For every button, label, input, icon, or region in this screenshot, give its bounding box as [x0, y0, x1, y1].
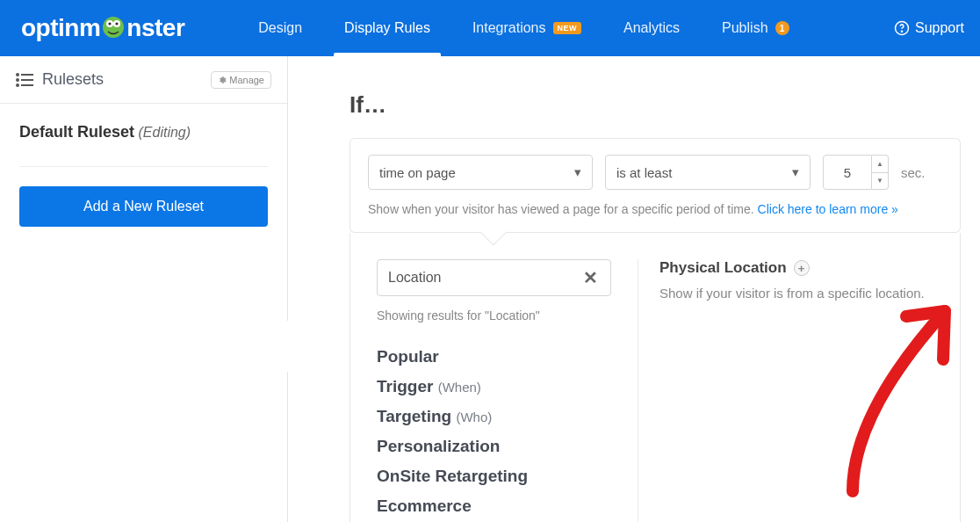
add-rule-button[interactable]: +	[794, 260, 810, 276]
top-navbar: optinm nster Design Display Rules Integr…	[0, 0, 980, 56]
ruleset-name: Default Ruleset	[19, 123, 134, 141]
logo[interactable]: optinm nster	[21, 13, 184, 43]
chevron-down-icon: ▾	[574, 164, 581, 180]
monster-icon	[100, 13, 126, 43]
ruleset-block[interactable]: Default Ruleset (Editing)	[0, 104, 287, 166]
add-ruleset-button[interactable]: Add a New Ruleset	[19, 186, 268, 227]
manage-button[interactable]: Manage	[211, 71, 271, 89]
gear-icon	[218, 76, 227, 84]
category-list: Popular Trigger (When) Targeting (Who) P…	[377, 347, 611, 516]
result-title-row: Physical Location +	[659, 259, 939, 277]
spinner-down[interactable]: ▼	[872, 173, 888, 190]
svg-point-4	[116, 22, 119, 25]
spinner-up[interactable]: ▲	[872, 156, 888, 173]
value-input-wrap: ▲ ▼	[823, 155, 889, 190]
result-column: Physical Location + Show if your visitor…	[638, 259, 960, 522]
support-label: Support	[915, 20, 964, 36]
category-label: Targeting	[377, 407, 451, 425]
operator-value: is at least	[616, 165, 672, 180]
category-label: Ecommerce	[377, 497, 472, 515]
sidebar-header: Rulesets Manage	[0, 56, 287, 104]
nav-integrations-label: Integrations	[472, 20, 546, 36]
nav-publish-label: Publish	[722, 20, 767, 36]
svg-point-10	[16, 73, 19, 76]
help-icon	[894, 20, 910, 36]
condition-value: time on page	[379, 165, 456, 180]
svg-point-3	[109, 22, 112, 25]
nav-analytics[interactable]: Analytics	[602, 0, 701, 56]
sidebar-title: Rulesets	[16, 70, 104, 89]
category-ecommerce[interactable]: Ecommerce	[377, 497, 611, 516]
clear-search-button[interactable]: ✕	[581, 267, 600, 288]
category-targeting[interactable]: Targeting (Who)	[377, 407, 611, 426]
category-trigger[interactable]: Trigger (When)	[377, 377, 611, 396]
divider	[19, 166, 268, 167]
category-label: Personalization	[377, 437, 500, 455]
value-input[interactable]	[823, 155, 872, 190]
category-label: OnSite Retargeting	[377, 467, 528, 485]
nav-design[interactable]: Design	[237, 0, 323, 56]
operator-select[interactable]: is at least ▾	[605, 155, 811, 190]
main-content: If… time on page ▾ is at least ▾ ▲ ▼ sec…	[288, 56, 980, 522]
rulesets-icon	[16, 73, 33, 87]
sidebar: Rulesets Manage Default Ruleset (Editing…	[0, 56, 288, 522]
sidebar-title-text: Rulesets	[42, 70, 104, 89]
category-sub: (When)	[438, 380, 481, 395]
new-badge: NEW	[553, 22, 582, 34]
manage-label: Manage	[229, 75, 264, 85]
svg-point-11	[16, 78, 19, 82]
category-label: Trigger	[377, 377, 433, 395]
rule-picker-panel: ✕ Showing results for "Location" Popular…	[349, 233, 961, 522]
result-description: Show if your visitor is from a specific …	[659, 286, 939, 301]
category-popular[interactable]: Popular	[377, 347, 611, 366]
rule-help-text: Show when your visitor has viewed a page…	[368, 202, 758, 216]
value-spinner: ▲ ▼	[872, 155, 889, 190]
chevron-down-icon: ▾	[792, 164, 799, 180]
category-sub: (Who)	[456, 410, 492, 424]
publish-count-badge: 1	[775, 21, 789, 35]
svg-point-6	[901, 31, 902, 32]
rule-help: Show when your visitor has viewed a page…	[349, 197, 961, 233]
search-input[interactable]	[388, 270, 581, 286]
nav-integrations[interactable]: Integrations NEW	[451, 0, 602, 56]
condition-select[interactable]: time on page ▾	[368, 155, 593, 190]
nav-publish[interactable]: Publish 1	[701, 0, 810, 56]
nav-items: Design Display Rules Integrations NEW An…	[237, 0, 810, 56]
rule-row: time on page ▾ is at least ▾ ▲ ▼ sec.	[349, 138, 961, 197]
search-column: ✕ Showing results for "Location" Popular…	[350, 259, 638, 522]
category-label: Popular	[377, 347, 439, 366]
value-unit: sec.	[901, 165, 926, 180]
rule-help-link[interactable]: Click here to learn more »	[758, 202, 898, 216]
category-personalization[interactable]: Personalization	[377, 437, 611, 456]
nav-display-rules[interactable]: Display Rules	[323, 0, 451, 56]
result-title: Physical Location	[659, 259, 787, 277]
logo-text-2: nster	[126, 14, 184, 42]
category-onsite-retargeting[interactable]: OnSite Retargeting	[377, 467, 611, 486]
if-heading: If…	[349, 91, 980, 119]
logo-text-1: optinm	[21, 14, 100, 42]
search-box: ✕	[377, 259, 611, 296]
svg-point-0	[103, 17, 124, 38]
support-link[interactable]: Support	[894, 20, 964, 36]
search-results-label: Showing results for "Location"	[377, 308, 611, 323]
ruleset-state: (Editing)	[138, 125, 191, 140]
svg-point-12	[16, 83, 19, 87]
